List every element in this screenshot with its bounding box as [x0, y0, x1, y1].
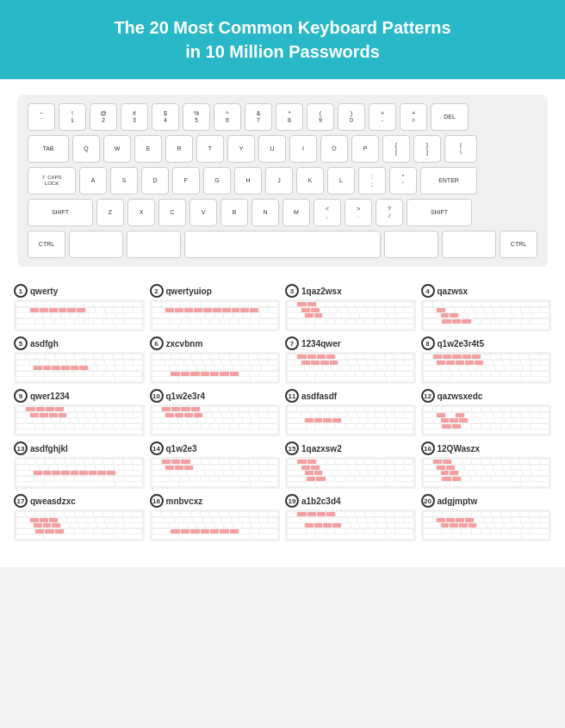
key-shift-left: SHIFT — [28, 199, 93, 226]
mini-keyboard-16 — [421, 457, 552, 489]
pattern-num-20: 20 — [421, 494, 435, 508]
pattern-item-11: 11 asdfasdf — [285, 389, 416, 436]
pattern-num-3: 3 — [285, 284, 299, 298]
kb-row-zxcv: SHIFT Z X C V B N M <, >. ?/ SHIFT — [28, 199, 537, 226]
mini-keyboard-14 — [150, 457, 281, 489]
pattern-item-15: 15 1qazxsw2 — [285, 441, 416, 489]
pattern-item-14: 14 q1w2e3 — [150, 441, 281, 489]
key-fn1 — [69, 231, 123, 258]
pattern-label-13: 13 asdfghjkl — [14, 441, 145, 455]
pattern-num-8: 8 — [421, 336, 435, 350]
key-space — [184, 231, 381, 258]
key-e: E — [134, 135, 162, 163]
mini-keyboard-5 — [14, 352, 145, 384]
key-0: )0 — [338, 103, 365, 131]
pattern-item-19: 19 a1b2c3d4 — [285, 494, 416, 541]
pattern-num-16: 16 — [421, 441, 435, 455]
key-g: G — [203, 167, 231, 194]
pattern-num-19: 19 — [285, 494, 299, 508]
key-u: U — [258, 135, 286, 163]
key-3: #3 — [121, 103, 148, 131]
key-backslash: |\ — [444, 135, 477, 163]
mini-keyboard-18 — [150, 509, 281, 541]
mini-keyboard-13 — [14, 457, 145, 489]
key-h: H — [234, 167, 262, 194]
mini-keyboard-10 — [150, 404, 281, 436]
pattern-label-6: 6 zxcvbnm — [150, 336, 281, 350]
pattern-item-4: 4 qazwsx — [421, 284, 552, 331]
keyboard-section: ~` !1 @2 #3 $4 %5 ^6 &7 *8 (9 )0 +- += D… — [0, 79, 565, 275]
pattern-item-2: 2 qwertyuiop — [150, 284, 281, 331]
key-6: ^6 — [214, 103, 241, 131]
key-equals: += — [400, 103, 427, 131]
pattern-label-20: 20 adgjmptw — [421, 494, 552, 508]
mini-keyboard-9 — [14, 404, 145, 436]
key-q: Q — [72, 135, 100, 163]
key-r: R — [165, 135, 193, 163]
pattern-label-7: 7 1234qwer — [285, 336, 416, 350]
pattern-item-5: 5 asdfgh — [14, 336, 145, 384]
keyboard: ~` !1 @2 #3 $4 %5 ^6 &7 *8 (9 )0 +- += D… — [17, 95, 548, 267]
key-9: (9 — [307, 103, 334, 131]
key-c: C — [158, 199, 186, 226]
key-lbracket: {[ — [382, 135, 410, 163]
pattern-num-2: 2 — [150, 284, 164, 298]
key-x: X — [127, 199, 155, 226]
pattern-num-1: 1 — [14, 284, 28, 298]
mini-keyboard-20 — [421, 509, 552, 541]
pattern-label-2: 2 qwertyuiop — [150, 284, 281, 298]
mini-keyboard-4 — [421, 299, 552, 331]
key-semicolon: :; — [358, 167, 386, 194]
header-line2: in 10 Million Passwords — [185, 42, 380, 61]
mini-keyboard-11 — [285, 404, 416, 436]
key-b: B — [220, 199, 248, 226]
key-p: P — [351, 135, 379, 163]
key-comma: <, — [314, 199, 341, 226]
key-1: !1 — [59, 103, 86, 131]
pattern-item-18: 18 mnbvcxz — [150, 494, 281, 541]
mini-keyboard-1 — [14, 299, 145, 331]
kb-row-numbers: ~` !1 @2 #3 $4 %5 ^6 &7 *8 (9 )0 +- += D… — [28, 103, 537, 131]
mini-keyboard-7 — [285, 352, 416, 384]
key-w: W — [103, 135, 131, 163]
key-ctrl-right: CTRL — [500, 231, 537, 258]
mini-keyboard-12 — [421, 404, 552, 436]
key-l: L — [327, 167, 355, 194]
pattern-label-17: 17 qweasdzxc — [14, 494, 145, 508]
pattern-item-10: 10 q1w2e3r4 — [150, 389, 281, 436]
pattern-label-12: 12 qazwsxedc — [421, 389, 552, 403]
pattern-label-3: 3 1qaz2wsx — [285, 284, 416, 298]
key-d: D — [141, 167, 169, 194]
key-m: M — [282, 199, 310, 226]
patterns-grid: 1 qwerty 2 qwertyuiop — [0, 275, 565, 550]
pattern-item-12: 12 qazwsxedc — [421, 389, 552, 436]
key-2: @2 — [90, 103, 117, 131]
key-ctrl-left: CTRL — [28, 231, 65, 258]
key-n: N — [251, 199, 279, 226]
key-4: $4 — [152, 103, 179, 131]
key-s: S — [110, 167, 138, 194]
key-fn3 — [384, 231, 438, 258]
pattern-num-5: 5 — [14, 336, 28, 350]
kb-row-bottom: CTRL CTRL — [28, 231, 537, 258]
pattern-num-11: 11 — [285, 389, 299, 403]
pattern-label-19: 19 a1b2c3d4 — [285, 494, 416, 508]
key-slash: ?/ — [376, 199, 403, 226]
key-fn2 — [127, 231, 181, 258]
pattern-item-17: 17 qweasdzxc — [14, 494, 145, 541]
mini-keyboard-6 — [150, 352, 281, 384]
pattern-item-13: 13 asdfghjkl — [14, 441, 145, 489]
mini-keyboard-8 — [421, 352, 552, 384]
key-a: A — [79, 167, 107, 194]
pattern-num-7: 7 — [285, 336, 299, 350]
key-o: O — [320, 135, 348, 163]
pattern-item-9: 9 qwer1234 — [14, 389, 145, 436]
mini-keyboard-17 — [14, 509, 145, 541]
pattern-num-12: 12 — [421, 389, 435, 403]
pattern-label-5: 5 asdfgh — [14, 336, 145, 350]
kb-row-asdf: ⇪ CAPSLOCK A S D F G H J K L :; "' ENTER — [28, 167, 537, 194]
page: The 20 Most Common Keyboard Patterns in … — [0, 0, 565, 567]
key-del: DEL — [431, 103, 469, 131]
key-z: Z — [96, 199, 124, 226]
key-capslock: ⇪ CAPSLOCK — [28, 167, 76, 194]
